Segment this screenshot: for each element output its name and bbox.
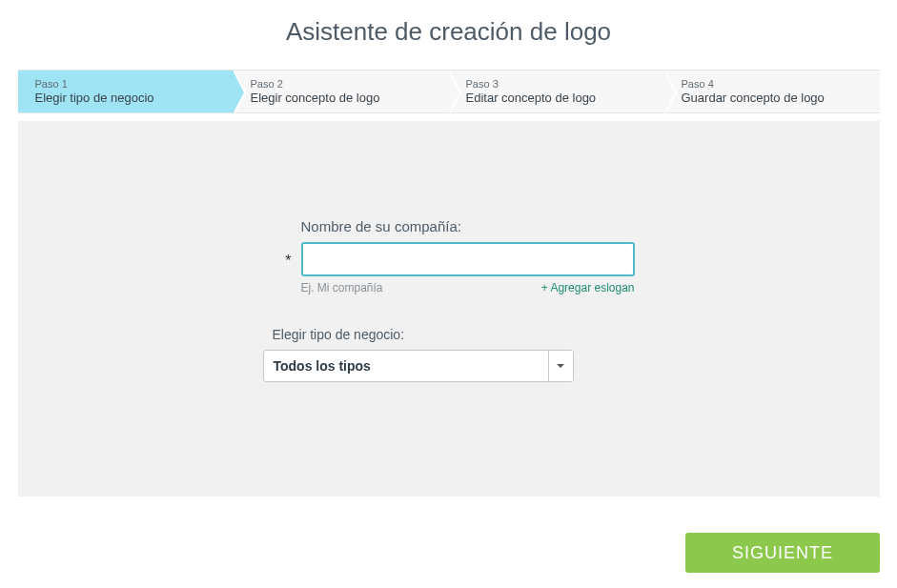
company-name-label: Nombre de su compañía: bbox=[263, 218, 635, 234]
page-title: Asistente de creación de logo bbox=[0, 17, 897, 47]
company-hint-row: Ej. Mi compañía + Agregar eslogan bbox=[263, 281, 635, 294]
caret-down-icon bbox=[557, 364, 564, 368]
business-type-combo[interactable]: Todos los tipos bbox=[263, 350, 574, 382]
step-small-label: Paso 1 bbox=[35, 77, 222, 91]
step-3[interactable]: Paso 3 Editar concepto de logo bbox=[449, 71, 664, 112]
company-name-row: * bbox=[263, 242, 635, 276]
wizard-stepper: Paso 1 Elegir tipo de negocio Paso 2 Ele… bbox=[18, 70, 880, 113]
form: Nombre de su compañía: * Ej. Mi compañía… bbox=[263, 218, 635, 382]
step-1[interactable]: Paso 1 Elegir tipo de negocio bbox=[18, 71, 234, 112]
content-panel: Nombre de su compañía: * Ej. Mi compañía… bbox=[18, 121, 880, 497]
add-slogan-link[interactable]: + Agregar eslogan bbox=[541, 281, 635, 294]
business-type-selected[interactable]: Todos los tipos bbox=[264, 351, 548, 381]
company-name-input[interactable] bbox=[301, 242, 635, 276]
step-main-label: Editar concepto de logo bbox=[466, 91, 653, 107]
step-small-label: Paso 2 bbox=[251, 77, 438, 91]
step-small-label: Paso 4 bbox=[682, 77, 868, 91]
business-type-dropdown-button[interactable] bbox=[548, 351, 573, 381]
step-4[interactable]: Paso 4 Guardar concepto de logo bbox=[664, 71, 880, 112]
step-2[interactable]: Paso 2 Elegir concepto de logo bbox=[234, 71, 449, 112]
next-button[interactable]: SIGUIENTE bbox=[685, 533, 880, 573]
step-small-label: Paso 3 bbox=[466, 77, 653, 91]
step-main-label: Elegir tipo de negocio bbox=[35, 91, 222, 107]
step-main-label: Guardar concepto de logo bbox=[682, 91, 868, 107]
business-type-label: Elegir tipo de negocio: bbox=[263, 327, 635, 342]
step-main-label: Elegir concepto de logo bbox=[251, 91, 438, 107]
company-hint: Ej. Mi compañía bbox=[301, 281, 383, 294]
required-asterisk: * bbox=[263, 249, 292, 270]
